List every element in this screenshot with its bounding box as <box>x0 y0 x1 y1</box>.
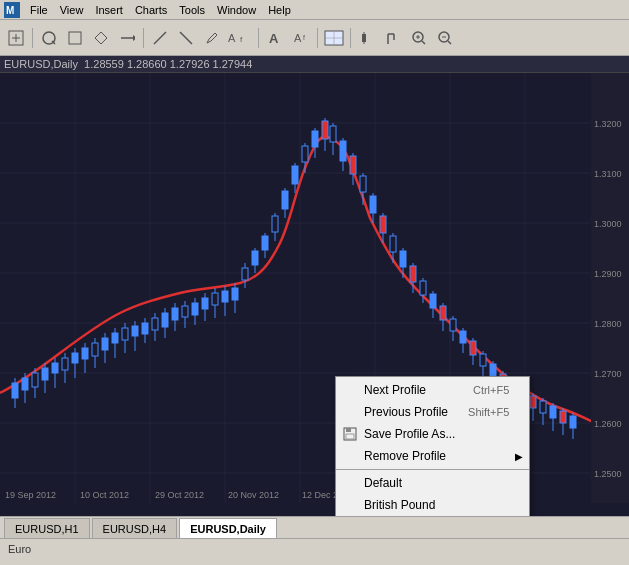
svg-text:10 Oct 2012: 10 Oct 2012 <box>80 490 129 500</box>
menu-file[interactable]: File <box>24 3 54 17</box>
svg-rect-69 <box>112 333 118 343</box>
toolbar-btn-cross[interactable] <box>322 26 346 50</box>
svg-rect-103 <box>282 191 288 209</box>
svg-rect-111 <box>322 121 328 139</box>
toolbar-sep-5 <box>350 28 351 48</box>
tab-eurusd-h4[interactable]: EURUSD,H4 <box>92 518 178 538</box>
chart-canvas: 19 Sep 2012 10 Oct 2012 29 Oct 2012 20 N… <box>0 73 629 503</box>
toolbar-new-chart[interactable] <box>4 26 28 50</box>
svg-rect-71 <box>122 328 128 340</box>
svg-rect-109 <box>312 131 318 147</box>
svg-rect-79 <box>162 313 168 327</box>
menu-next-profile[interactable]: Next Profile Ctrl+F5 <box>336 379 529 401</box>
svg-text:1.2600: 1.2600 <box>594 419 622 429</box>
svg-rect-157 <box>550 406 556 418</box>
svg-rect-75 <box>142 323 148 334</box>
tab-eurusd-h1[interactable]: EURUSD,H1 <box>4 518 90 538</box>
menu-charts[interactable]: Charts <box>129 3 173 17</box>
menu-default[interactable]: Default <box>336 472 529 494</box>
toolbar-btn-6[interactable] <box>148 26 172 50</box>
menu-british-pound-label: British Pound <box>364 498 435 512</box>
menubar: M File View Insert Charts Tools Window H… <box>0 0 629 20</box>
svg-line-11 <box>180 32 192 44</box>
toolbar-btn-10[interactable] <box>381 26 405 50</box>
menu-save-profile-as[interactable]: Save Profile As... <box>336 423 529 445</box>
svg-rect-55 <box>42 368 48 380</box>
svg-rect-169 <box>591 73 629 503</box>
svg-rect-113 <box>330 126 336 142</box>
menu-insert[interactable]: Insert <box>89 3 129 17</box>
menu-separator-1 <box>336 469 529 470</box>
svg-rect-49 <box>12 383 18 398</box>
menu-next-profile-shortcut: Ctrl+F5 <box>453 384 509 396</box>
svg-rect-117 <box>350 156 356 174</box>
toolbar-btn-7[interactable] <box>174 26 198 50</box>
svg-rect-131 <box>420 281 426 295</box>
menu-help[interactable]: Help <box>262 3 297 17</box>
menu-window[interactable]: Window <box>211 3 262 17</box>
submenu-arrow-icon: ▶ <box>515 451 523 462</box>
status-bar: Euro <box>0 538 629 558</box>
menu-tools[interactable]: Tools <box>173 3 211 17</box>
svg-rect-61 <box>72 353 78 363</box>
svg-rect-141 <box>470 341 476 355</box>
tab-eurusd-daily[interactable]: EURUSD,Daily <box>179 518 277 538</box>
toolbar-sep-3 <box>258 28 259 48</box>
svg-rect-51 <box>22 378 28 390</box>
toolbar-btn-3[interactable] <box>63 26 87 50</box>
svg-rect-63 <box>82 348 88 359</box>
bottom-tabs: EURUSD,H1 EURUSD,H4 EURUSD,Daily <box>0 516 629 538</box>
toolbar-btn-bar[interactable] <box>355 26 379 50</box>
svg-text:1.2500: 1.2500 <box>594 469 622 479</box>
menu-british-pound[interactable]: British Pound <box>336 494 529 516</box>
toolbar-sep-1 <box>32 28 33 48</box>
menu-previous-profile[interactable]: Previous Profile Shift+F5 <box>336 401 529 423</box>
context-menu: Next Profile Ctrl+F5 Previous Profile Sh… <box>335 376 530 516</box>
menu-previous-profile-label: Previous Profile <box>364 405 448 419</box>
svg-rect-127 <box>400 251 406 267</box>
toolbar-btn-zoom-in[interactable] <box>407 26 431 50</box>
svg-rect-65 <box>92 343 98 356</box>
menu-remove-profile[interactable]: Remove Profile ▶ <box>336 445 529 467</box>
svg-text:1.3100: 1.3100 <box>594 169 622 179</box>
svg-rect-95 <box>242 268 248 280</box>
toolbar-btn-9[interactable]: Af <box>289 26 313 50</box>
toolbar-btn-5[interactable] <box>115 26 139 50</box>
toolbar-btn-4[interactable] <box>89 26 113 50</box>
menu-next-profile-label: Next Profile <box>364 383 426 397</box>
svg-rect-77 <box>152 318 158 330</box>
svg-rect-115 <box>340 141 346 161</box>
svg-text:A: A <box>269 31 279 46</box>
svg-rect-7 <box>69 32 81 44</box>
svg-rect-91 <box>222 291 228 302</box>
svg-rect-59 <box>62 358 68 370</box>
toolbar-btn-zoom-out[interactable] <box>433 26 457 50</box>
toolbar-btn-8[interactable]: Af <box>226 26 254 50</box>
toolbar-btn-pencil[interactable] <box>200 26 224 50</box>
toolbar-sep-4 <box>317 28 318 48</box>
svg-rect-67 <box>102 338 108 350</box>
svg-text:A: A <box>294 32 302 44</box>
svg-rect-83 <box>182 306 188 317</box>
svg-rect-179 <box>346 428 351 432</box>
menu-view[interactable]: View <box>54 3 90 17</box>
svg-rect-89 <box>212 293 218 305</box>
svg-rect-133 <box>430 294 436 308</box>
svg-text:1.3200: 1.3200 <box>594 119 622 129</box>
svg-rect-161 <box>570 416 576 428</box>
svg-rect-105 <box>292 166 298 184</box>
svg-rect-139 <box>460 331 466 343</box>
svg-rect-159 <box>560 411 566 423</box>
svg-rect-93 <box>232 288 238 300</box>
svg-rect-99 <box>262 236 268 250</box>
svg-rect-73 <box>132 326 138 336</box>
svg-text:19 Sep 2012: 19 Sep 2012 <box>5 490 56 500</box>
svg-text:1.2900: 1.2900 <box>594 269 622 279</box>
svg-rect-101 <box>272 216 278 232</box>
svg-rect-123 <box>380 216 386 233</box>
toolbar-btn-A[interactable]: A <box>263 26 287 50</box>
menu-save-profile-label: Save Profile As... <box>364 427 455 441</box>
svg-rect-137 <box>450 319 456 331</box>
toolbar-btn-2[interactable] <box>37 26 61 50</box>
svg-text:A: A <box>228 32 236 44</box>
